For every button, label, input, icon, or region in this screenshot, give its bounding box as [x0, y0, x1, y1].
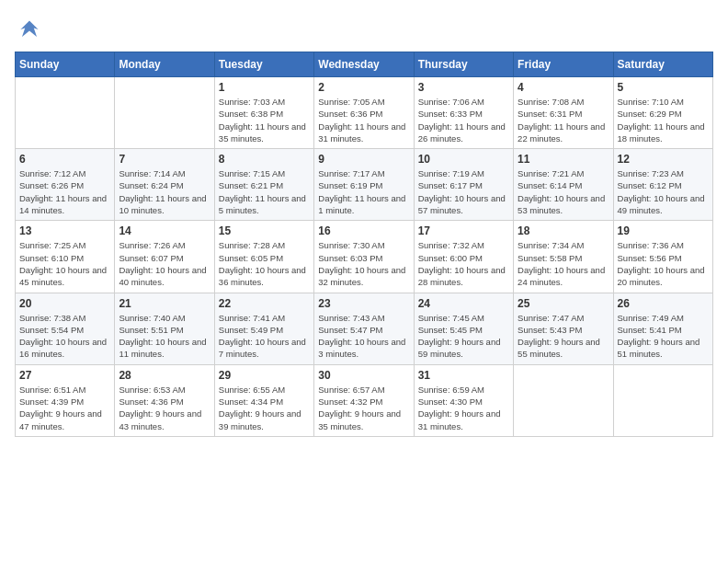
day-info: Sunrise: 7:10 AM Sunset: 6:29 PM Dayligh… — [618, 96, 709, 144]
day-info: Sunrise: 6:59 AM Sunset: 4:30 PM Dayligh… — [418, 384, 509, 432]
day-number: 3 — [418, 81, 509, 94]
day-number: 22 — [219, 297, 310, 310]
day-info: Sunrise: 7:14 AM Sunset: 6:24 PM Dayligh… — [119, 167, 210, 216]
calendar-header-monday: Monday — [115, 52, 214, 77]
calendar-cell: 31Sunrise: 6:59 AM Sunset: 4:30 PM Dayli… — [414, 364, 513, 436]
day-number: 6 — [19, 153, 110, 166]
calendar-cell: 10Sunrise: 7:19 AM Sunset: 6:17 PM Dayli… — [414, 149, 513, 221]
calendar-cell: 26Sunrise: 7:49 AM Sunset: 5:41 PM Dayli… — [613, 293, 712, 364]
calendar-cell: 5Sunrise: 7:10 AM Sunset: 6:29 PM Daylig… — [613, 77, 712, 149]
day-number: 13 — [19, 224, 110, 237]
calendar-cell: 23Sunrise: 7:43 AM Sunset: 5:47 PM Dayli… — [314, 293, 414, 364]
calendar-header-tuesday: Tuesday — [214, 52, 313, 77]
calendar-cell: 1Sunrise: 7:03 AM Sunset: 6:38 PM Daylig… — [214, 77, 313, 149]
day-info: Sunrise: 7:05 AM Sunset: 6:36 PM Dayligh… — [318, 96, 409, 144]
calendar-cell — [613, 364, 712, 436]
calendar-table: SundayMondayTuesdayWednesdayThursdayFrid… — [15, 52, 713, 437]
day-info: Sunrise: 7:28 AM Sunset: 6:05 PM Dayligh… — [219, 239, 310, 288]
day-number: 15 — [219, 224, 310, 237]
calendar-cell: 20Sunrise: 7:38 AM Sunset: 5:54 PM Dayli… — [16, 293, 115, 364]
day-info: Sunrise: 7:43 AM Sunset: 5:47 PM Dayligh… — [318, 312, 409, 361]
calendar-cell: 16Sunrise: 7:30 AM Sunset: 6:03 PM Dayli… — [314, 221, 414, 293]
calendar-cell: 8Sunrise: 7:15 AM Sunset: 6:21 PM Daylig… — [214, 149, 313, 221]
calendar-cell: 28Sunrise: 6:53 AM Sunset: 4:36 PM Dayli… — [115, 364, 214, 436]
day-number: 30 — [318, 369, 409, 382]
day-number: 14 — [119, 224, 210, 237]
calendar-cell: 29Sunrise: 6:55 AM Sunset: 4:34 PM Dayli… — [214, 364, 313, 436]
day-number: 11 — [518, 153, 609, 166]
day-number: 29 — [219, 369, 310, 382]
calendar-week-row: 27Sunrise: 6:51 AM Sunset: 4:39 PM Dayli… — [16, 364, 713, 436]
day-number: 20 — [19, 297, 110, 310]
calendar-cell: 11Sunrise: 7:21 AM Sunset: 6:14 PM Dayli… — [514, 149, 613, 221]
day-number: 7 — [119, 153, 210, 166]
day-number: 17 — [418, 224, 509, 237]
calendar-header-row: SundayMondayTuesdayWednesdayThursdayFrid… — [16, 52, 713, 77]
calendar-cell: 3Sunrise: 7:06 AM Sunset: 6:33 PM Daylig… — [414, 77, 513, 149]
day-info: Sunrise: 7:38 AM Sunset: 5:54 PM Dayligh… — [19, 312, 110, 361]
calendar-header-friday: Friday — [514, 52, 613, 77]
day-info: Sunrise: 7:15 AM Sunset: 6:21 PM Dayligh… — [219, 167, 310, 216]
calendar-cell: 30Sunrise: 6:57 AM Sunset: 4:32 PM Dayli… — [314, 364, 414, 436]
day-number: 26 — [618, 297, 709, 310]
day-number: 25 — [518, 297, 609, 310]
day-number: 31 — [418, 369, 509, 382]
day-number: 16 — [318, 224, 409, 237]
calendar-cell: 4Sunrise: 7:08 AM Sunset: 6:31 PM Daylig… — [514, 77, 613, 149]
calendar-cell: 19Sunrise: 7:36 AM Sunset: 5:56 PM Dayli… — [613, 221, 712, 293]
day-info: Sunrise: 7:32 AM Sunset: 6:00 PM Dayligh… — [418, 239, 509, 288]
day-info: Sunrise: 7:19 AM Sunset: 6:17 PM Dayligh… — [418, 167, 509, 216]
calendar-cell — [16, 77, 115, 149]
day-number: 21 — [119, 297, 210, 310]
day-number: 1 — [219, 81, 310, 94]
svg-marker-0 — [20, 20, 38, 37]
day-number: 24 — [418, 297, 509, 310]
page-header — [15, 15, 713, 44]
day-number: 27 — [19, 369, 110, 382]
calendar-cell: 9Sunrise: 7:17 AM Sunset: 6:19 PM Daylig… — [314, 149, 414, 221]
logo-icon — [15, 15, 44, 44]
calendar-header-saturday: Saturday — [613, 52, 712, 77]
calendar-cell — [514, 364, 613, 436]
day-info: Sunrise: 7:36 AM Sunset: 5:56 PM Dayligh… — [618, 239, 709, 288]
day-number: 19 — [618, 224, 709, 237]
calendar-cell: 18Sunrise: 7:34 AM Sunset: 5:58 PM Dayli… — [514, 221, 613, 293]
day-info: Sunrise: 7:25 AM Sunset: 6:10 PM Dayligh… — [19, 239, 110, 288]
day-number: 12 — [618, 153, 709, 166]
day-number: 2 — [318, 81, 409, 94]
calendar-week-row: 20Sunrise: 7:38 AM Sunset: 5:54 PM Dayli… — [16, 293, 713, 364]
day-info: Sunrise: 7:08 AM Sunset: 6:31 PM Dayligh… — [518, 96, 609, 144]
calendar-header-sunday: Sunday — [16, 52, 115, 77]
day-info: Sunrise: 7:17 AM Sunset: 6:19 PM Dayligh… — [318, 167, 409, 216]
calendar-cell: 14Sunrise: 7:26 AM Sunset: 6:07 PM Dayli… — [115, 221, 214, 293]
day-info: Sunrise: 7:47 AM Sunset: 5:43 PM Dayligh… — [518, 312, 609, 361]
day-number: 8 — [219, 153, 310, 166]
calendar-header-wednesday: Wednesday — [314, 52, 414, 77]
calendar-week-row: 1Sunrise: 7:03 AM Sunset: 6:38 PM Daylig… — [16, 77, 713, 149]
calendar-cell: 17Sunrise: 7:32 AM Sunset: 6:00 PM Dayli… — [414, 221, 513, 293]
calendar-cell — [115, 77, 214, 149]
calendar-cell: 27Sunrise: 6:51 AM Sunset: 4:39 PM Dayli… — [16, 364, 115, 436]
logo — [15, 15, 48, 44]
calendar-cell: 21Sunrise: 7:40 AM Sunset: 5:51 PM Dayli… — [115, 293, 214, 364]
calendar-cell: 7Sunrise: 7:14 AM Sunset: 6:24 PM Daylig… — [115, 149, 214, 221]
calendar-week-row: 6Sunrise: 7:12 AM Sunset: 6:26 PM Daylig… — [16, 149, 713, 221]
day-info: Sunrise: 7:45 AM Sunset: 5:45 PM Dayligh… — [418, 312, 509, 361]
calendar-cell: 22Sunrise: 7:41 AM Sunset: 5:49 PM Dayli… — [214, 293, 313, 364]
day-info: Sunrise: 6:55 AM Sunset: 4:34 PM Dayligh… — [219, 384, 310, 432]
calendar-cell: 25Sunrise: 7:47 AM Sunset: 5:43 PM Dayli… — [514, 293, 613, 364]
day-number: 28 — [119, 369, 210, 382]
day-info: Sunrise: 7:26 AM Sunset: 6:07 PM Dayligh… — [119, 239, 210, 288]
calendar-cell: 15Sunrise: 7:28 AM Sunset: 6:05 PM Dayli… — [214, 221, 313, 293]
day-number: 9 — [318, 153, 409, 166]
day-info: Sunrise: 7:06 AM Sunset: 6:33 PM Dayligh… — [418, 96, 509, 144]
day-info: Sunrise: 6:51 AM Sunset: 4:39 PM Dayligh… — [19, 384, 110, 432]
day-info: Sunrise: 6:57 AM Sunset: 4:32 PM Dayligh… — [318, 384, 409, 432]
day-info: Sunrise: 7:12 AM Sunset: 6:26 PM Dayligh… — [19, 167, 110, 216]
day-info: Sunrise: 7:30 AM Sunset: 6:03 PM Dayligh… — [318, 239, 409, 288]
day-info: Sunrise: 7:49 AM Sunset: 5:41 PM Dayligh… — [618, 312, 709, 361]
calendar-header-thursday: Thursday — [414, 52, 513, 77]
day-info: Sunrise: 6:53 AM Sunset: 4:36 PM Dayligh… — [119, 384, 210, 432]
day-info: Sunrise: 7:03 AM Sunset: 6:38 PM Dayligh… — [219, 96, 310, 144]
day-info: Sunrise: 7:40 AM Sunset: 5:51 PM Dayligh… — [119, 312, 210, 361]
